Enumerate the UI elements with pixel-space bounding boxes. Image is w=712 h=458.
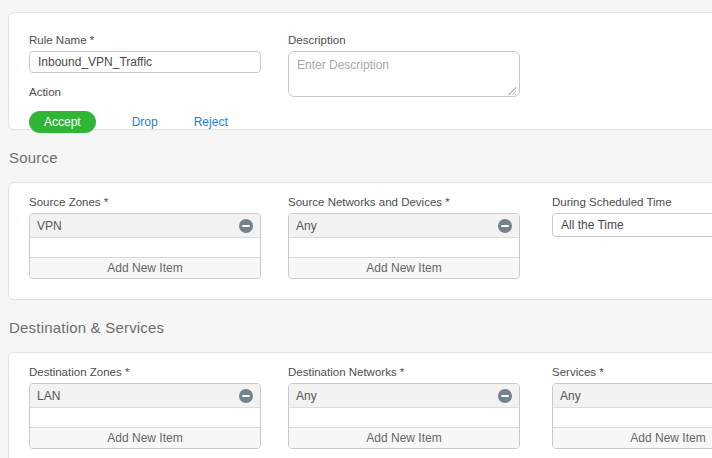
scheduled-time-select[interactable]: All the Time (552, 213, 712, 237)
source-section-heading: Source (9, 149, 58, 166)
action-label: Action (29, 86, 261, 98)
destination-card: Destination Zones * LAN Add New Item Des… (8, 352, 712, 458)
source-zones-listbox: VPN Add New Item (29, 213, 261, 279)
list-item: Any (289, 384, 519, 408)
list-item-label: LAN (37, 389, 239, 403)
list-item-label: VPN (37, 219, 239, 233)
during-scheduled-time-label: During Scheduled Time (552, 196, 712, 208)
remove-item-icon[interactable] (239, 389, 253, 403)
destination-networks-listbox: Any Add New Item (288, 383, 520, 449)
add-new-item-button[interactable]: Add New Item (553, 427, 712, 448)
source-zones-label: Source Zones * (29, 196, 261, 208)
destination-zones-listbox: LAN Add New Item (29, 383, 261, 449)
rule-name-input[interactable] (29, 51, 261, 73)
listbox-empty-area (553, 408, 712, 427)
add-new-item-button[interactable]: Add New Item (30, 257, 260, 278)
action-drop-button[interactable]: Drop (132, 115, 158, 129)
action-button-group: Accept Drop Reject (29, 111, 261, 133)
action-accept-button[interactable]: Accept (29, 111, 96, 133)
remove-item-icon[interactable] (239, 219, 253, 233)
rule-details-card: Rule Name * Action Accept Drop Reject De… (8, 12, 712, 130)
firewall-rule-form: Rule Name * Action Accept Drop Reject De… (0, 0, 712, 458)
list-item-label: Any (560, 389, 712, 403)
services-listbox: Any Add New Item (552, 383, 712, 449)
add-new-item-button[interactable]: Add New Item (289, 427, 519, 448)
remove-item-icon[interactable] (498, 219, 512, 233)
list-item-label: Any (296, 389, 498, 403)
textarea-resize-grip-icon[interactable] (508, 87, 516, 95)
scheduled-time-value: All the Time (561, 218, 624, 232)
rule-name-label: Rule Name * (29, 34, 261, 46)
list-item: LAN (30, 384, 260, 408)
add-new-item-button[interactable]: Add New Item (289, 257, 519, 278)
remove-item-icon[interactable] (498, 389, 512, 403)
listbox-empty-area (289, 408, 519, 427)
list-item: Any (553, 384, 712, 408)
list-item-label: Any (296, 219, 498, 233)
listbox-empty-area (30, 408, 260, 427)
list-item: Any (289, 214, 519, 238)
destination-section-heading: Destination & Services (9, 319, 164, 336)
listbox-empty-area (289, 238, 519, 257)
destination-networks-label: Destination Networks * (288, 366, 520, 378)
add-new-item-button[interactable]: Add New Item (30, 427, 260, 448)
listbox-empty-area (30, 238, 260, 257)
list-item: VPN (30, 214, 260, 238)
description-label: Description (288, 34, 520, 46)
source-networks-label: Source Networks and Devices * (288, 196, 520, 208)
source-card: Source Zones * VPN Add New Item Source N… (8, 182, 712, 300)
services-label: Services * (552, 366, 712, 378)
source-networks-listbox: Any Add New Item (288, 213, 520, 279)
action-reject-button[interactable]: Reject (194, 115, 228, 129)
description-textarea[interactable] (288, 51, 520, 97)
destination-zones-label: Destination Zones * (29, 366, 261, 378)
